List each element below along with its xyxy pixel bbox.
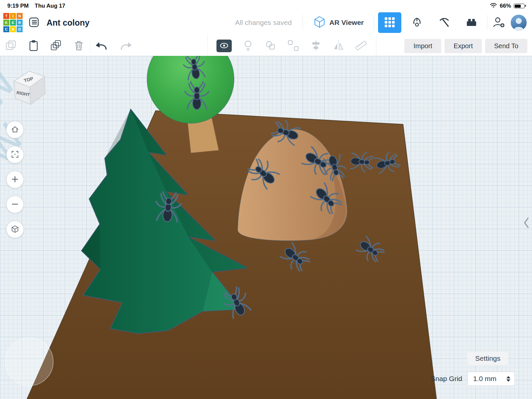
toolbar-separator	[90, 39, 90, 53]
claw-hand-icon	[411, 16, 423, 30]
viewport[interactable]: w w	[0, 56, 532, 399]
header-separator	[487, 15, 487, 30]
snap-grid-control: Snap Grid 1.0 mm	[431, 372, 515, 386]
settings-button[interactable]: Settings	[467, 351, 509, 366]
battery-icon	[514, 4, 525, 8]
copy-button[interactable]	[5, 39, 17, 53]
header-separator	[303, 15, 303, 30]
add-collaborator-button[interactable]	[491, 15, 506, 30]
align-button[interactable]	[310, 39, 322, 53]
zoom-out-button[interactable]	[6, 196, 24, 213]
profile-avatar[interactable]	[511, 15, 527, 31]
ruler-button[interactable]	[355, 39, 367, 53]
logo-tile: C	[3, 26, 9, 32]
export-button[interactable]: Export	[445, 39, 482, 53]
redo-icon	[119, 39, 133, 53]
status-time: 9:19 PM	[7, 3, 29, 9]
app-header: TINKERCAD Ant colony All changes saved A…	[0, 11, 532, 35]
design-menu-button[interactable]	[27, 15, 41, 30]
undo-icon	[95, 39, 109, 53]
snap-grid-label: Snap Grid	[431, 375, 462, 383]
fit-view-icon	[11, 150, 19, 160]
stepper-caret-icon	[506, 376, 510, 382]
status-date: Thu Aug 17	[35, 3, 65, 9]
ungroup-icon	[287, 39, 300, 53]
align-icon	[310, 39, 322, 53]
lego-bricks-button[interactable]	[460, 12, 483, 33]
ar-cube-icon	[313, 15, 326, 30]
battery-percent: 66%	[500, 3, 511, 9]
hand-tool-button[interactable]	[405, 12, 429, 33]
light-button[interactable]	[242, 39, 254, 53]
brick-icon	[465, 16, 478, 30]
chevron-left-icon	[523, 225, 530, 230]
logo-tile: T	[3, 13, 9, 19]
design-title[interactable]: Ant colony	[47, 18, 89, 28]
pickaxe-icon	[438, 16, 451, 30]
send-to-button[interactable]: Send To	[485, 39, 527, 53]
list-icon	[28, 17, 40, 29]
view-controls	[6, 121, 24, 238]
redo-button[interactable]	[119, 39, 133, 53]
basic-shapes-button[interactable]	[378, 12, 401, 33]
group-icon	[264, 39, 277, 53]
collapse-panel-button[interactable]	[521, 215, 531, 232]
snap-grid-select[interactable]: 1.0 mm	[467, 372, 515, 386]
snap-grid-value: 1.0 mm	[473, 375, 496, 383]
header-separator	[374, 15, 374, 30]
home-icon	[11, 125, 19, 135]
tinkercad-logo[interactable]: TINKERCAD	[3, 13, 23, 32]
delete-button[interactable]	[72, 39, 85, 53]
ruler-icon	[355, 39, 367, 53]
perspective-toggle-button[interactable]	[6, 221, 24, 238]
home-view-button[interactable]	[6, 121, 24, 138]
logo-tile: E	[10, 20, 16, 26]
logo-tile: N	[17, 13, 23, 19]
perspective-cube-icon	[11, 225, 19, 234]
ungroup-button[interactable]	[287, 39, 300, 53]
mirror-icon	[332, 39, 345, 53]
status-bar: 9:19 PM Thu Aug 17 66%	[0, 0, 532, 11]
duplicate-icon	[50, 39, 63, 53]
view-cube[interactable]: TOP RIGHT	[10, 67, 47, 108]
duplicate-button[interactable]	[50, 39, 63, 53]
avatar-person-icon	[511, 27, 527, 31]
wifi-icon	[490, 3, 497, 10]
plus-icon	[11, 175, 19, 185]
edit-toolbar: Import Export Send To	[0, 35, 532, 58]
lightbulb-icon	[242, 39, 254, 53]
orbit-indicator[interactable]	[5, 338, 53, 386]
undo-button[interactable]	[95, 39, 109, 53]
tinkercad-app: 9:19 PM Thu Aug 17 66% TINKERCAD Ant co	[0, 0, 532, 399]
shapes-grid-icon	[384, 17, 395, 29]
paste-icon	[27, 39, 40, 53]
person-add-icon	[492, 16, 505, 30]
import-button[interactable]: Import	[404, 39, 441, 53]
logo-tile: A	[10, 26, 16, 32]
logo-tile: D	[17, 26, 23, 32]
fit-view-button[interactable]	[6, 146, 24, 163]
ar-viewer-label: AR Viewer	[330, 19, 364, 27]
logo-tile: K	[3, 20, 9, 26]
group-button[interactable]	[264, 39, 277, 53]
mirror-button[interactable]	[332, 39, 345, 53]
ar-viewer-button[interactable]: AR Viewer	[307, 15, 370, 30]
paste-button[interactable]	[27, 39, 40, 53]
minus-icon	[11, 200, 19, 209]
object-tools-group	[207, 35, 376, 57]
save-status: All changes saved	[235, 19, 292, 27]
eye-icon	[219, 41, 229, 52]
trash-icon	[72, 39, 85, 53]
scene-3d[interactable]: w w	[0, 56, 532, 399]
minecraft-blocks-button[interactable]	[433, 12, 456, 33]
copy-icon	[5, 39, 17, 53]
logo-tile: R	[17, 20, 23, 26]
logo-tile: I	[10, 13, 16, 19]
zoom-in-button[interactable]	[6, 171, 24, 188]
show-hide-button[interactable]	[216, 40, 232, 52]
